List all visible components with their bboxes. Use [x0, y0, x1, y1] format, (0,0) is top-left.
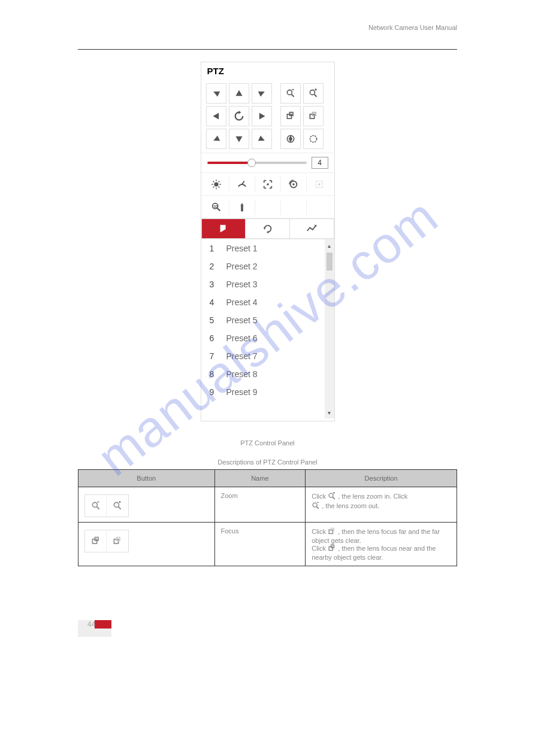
preset-name: Preset 7: [226, 351, 258, 361]
ptz-right-button[interactable]: [252, 106, 272, 126]
preset-item[interactable]: 4Preset 4: [201, 293, 334, 311]
description-table: Button Name Description Zoom Click , the…: [78, 469, 457, 566]
th-desc: Description: [306, 470, 457, 487]
svg-line-13: [314, 95, 316, 97]
preset-item[interactable]: 6Preset 6: [201, 329, 334, 347]
svg-marker-6: [212, 135, 220, 143]
empty-cell-2: [281, 199, 307, 215]
svg-point-45: [92, 502, 97, 507]
one-touch-patrol-button[interactable]: [229, 199, 255, 215]
preset-item[interactable]: 7Preset 7: [201, 347, 334, 365]
aux-focus-button[interactable]: [255, 177, 281, 192]
preset-name: Preset 3: [226, 280, 258, 289]
zoom-out-button[interactable]: [280, 83, 301, 104]
preset-number: 4: [210, 297, 226, 307]
preset-number: 7: [210, 351, 226, 361]
preset-item[interactable]: 2Preset 2: [201, 257, 334, 275]
svg-point-56: [313, 503, 317, 507]
svg-point-9: [287, 90, 292, 95]
svg-line-29: [213, 186, 214, 187]
preset-number: 6: [210, 333, 226, 343]
svg-point-34: [292, 183, 295, 186]
svg-point-21: [310, 135, 316, 142]
focus-near-button[interactable]: [280, 106, 301, 126]
light-button[interactable]: [204, 177, 229, 192]
scroll-thumb[interactable]: [327, 253, 333, 271]
preset-number: 9: [210, 387, 226, 397]
preset-item[interactable]: 8Preset 8: [201, 365, 334, 383]
focus-near-icon: [85, 530, 107, 552]
empty-cell-1: [255, 199, 281, 215]
page-number: 44: [87, 620, 95, 629]
zoom-in-icon: [107, 495, 128, 517]
svg-line-38: [217, 208, 220, 211]
ptz-auto-button[interactable]: [229, 106, 249, 126]
manual-track-button[interactable]: [307, 177, 332, 192]
ptz-up-button[interactable]: [229, 83, 249, 104]
preset-name: Preset 5: [226, 315, 258, 325]
direction-pad: [206, 83, 272, 149]
ptz-down-button[interactable]: [229, 129, 249, 149]
preset-name: Preset 2: [226, 262, 258, 271]
ptz-up-left-button[interactable]: [206, 83, 226, 104]
svg-marker-4: [238, 111, 241, 114]
preset-item[interactable]: 1Preset 1: [201, 239, 334, 257]
iris-open-button[interactable]: [303, 129, 324, 149]
preset-number: 5: [210, 315, 226, 325]
empty-cell-3: [307, 199, 332, 215]
svg-marker-7: [235, 136, 242, 142]
preset-item[interactable]: 3Preset 3: [201, 275, 334, 293]
svg-marker-5: [259, 113, 265, 119]
svg-line-30: [218, 181, 219, 182]
scroll-down-icon[interactable]: ▾: [325, 408, 334, 417]
focus-far-button[interactable]: [303, 106, 324, 126]
svg-point-32: [267, 183, 269, 186]
th-button: Button: [78, 470, 215, 487]
svg-line-53: [333, 497, 335, 499]
ptz-down-left-button[interactable]: [206, 129, 226, 149]
focus-far-inline-icon: [328, 527, 336, 537]
preset-number: 8: [210, 369, 226, 379]
svg-line-28: [218, 186, 219, 187]
ptz-down-right-button[interactable]: [252, 129, 272, 149]
header-divider: [78, 49, 457, 50]
speed-slider[interactable]: [207, 162, 307, 164]
header-text: Network Camera User Manual: [78, 24, 457, 31]
svg-line-10: [291, 95, 294, 97]
scroll-up-icon[interactable]: ▴: [325, 241, 334, 250]
table-row: Focus Click , then the lens focus far an…: [78, 523, 457, 566]
tab-patrol[interactable]: [246, 218, 290, 239]
preset-number: 2: [210, 262, 226, 271]
lens-controls: [280, 83, 324, 149]
preset-item[interactable]: 9Preset 9: [201, 383, 334, 401]
preset-list: 1Preset 12Preset 23Preset 34Preset 45Pre…: [201, 239, 334, 418]
cell-zoom-button: [78, 487, 215, 523]
lens-init-button[interactable]: [281, 177, 307, 192]
footer: 44: [78, 614, 457, 638]
wiper-button[interactable]: [229, 177, 255, 192]
ptz-left-button[interactable]: [206, 106, 226, 126]
ptz-up-right-button[interactable]: [252, 83, 272, 104]
tab-preset[interactable]: [201, 218, 246, 239]
svg-text:3D: 3D: [213, 204, 217, 208]
preset-name: Preset 9: [226, 387, 258, 397]
zoom-out-icon: [85, 495, 107, 517]
preset-name: Preset 4: [226, 297, 258, 307]
iris-close-button[interactable]: [280, 129, 301, 149]
scrollbar[interactable]: ▴ ▾: [325, 239, 334, 418]
svg-marker-8: [258, 135, 265, 143]
cell-focus-button: [78, 523, 215, 566]
svg-line-57: [317, 506, 319, 509]
cell-zoom-desc: Click , the lens zoom in. Click , the le…: [306, 487, 457, 523]
slider-thumb[interactable]: [247, 159, 256, 167]
svg-line-49: [119, 507, 121, 509]
svg-line-46: [96, 507, 99, 509]
cell-focus-desc: Click , then the lens focus far and the …: [306, 523, 457, 566]
preset-item[interactable]: 5Preset 5: [201, 311, 334, 329]
cell-focus-name: Focus: [214, 523, 306, 566]
3d-zoom-button[interactable]: 3D: [204, 199, 229, 215]
tab-pattern[interactable]: [290, 218, 334, 239]
svg-marker-42: [263, 227, 265, 230]
zoom-in-button[interactable]: [303, 83, 324, 104]
cell-zoom-name: Zoom: [214, 487, 306, 523]
